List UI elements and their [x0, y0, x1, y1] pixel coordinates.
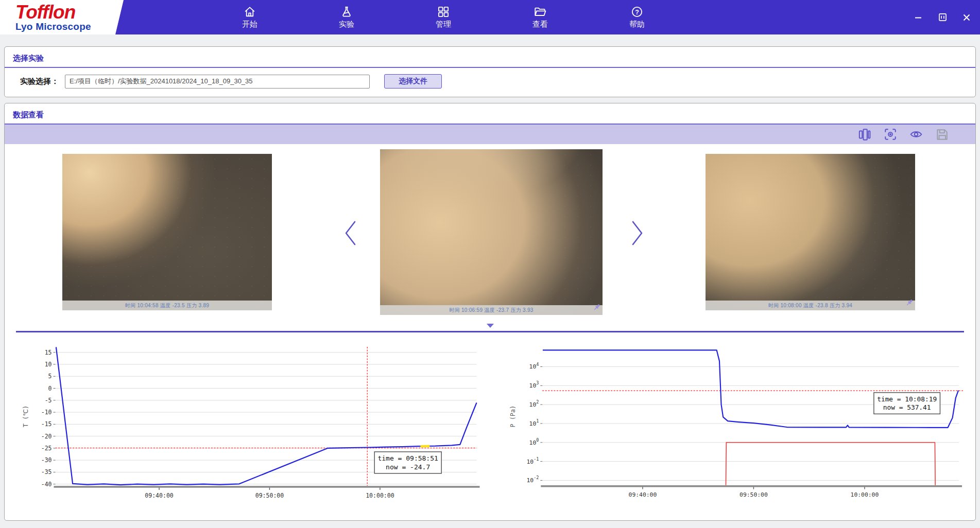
- svg-text:-35: -35: [41, 468, 52, 476]
- svg-text:100: 100: [529, 437, 539, 446]
- image-caption-bar: 时间 10:08:00 温度 -23.8 压力 3.94: [706, 301, 915, 310]
- select-experiment-panel: 选择实验 实验选择： 选择文件: [4, 46, 976, 97]
- folder-open-icon: [534, 5, 547, 19]
- svg-text:-20: -20: [41, 433, 52, 440]
- svg-text:P (Pa): P (Pa): [509, 406, 517, 428]
- pressure-chart[interactable]: 10410310210110010-110-209:40:0009:50:001…: [507, 343, 965, 506]
- svg-text:10: 10: [45, 361, 52, 368]
- svg-text:101: 101: [529, 418, 539, 427]
- experiment-path-input[interactable]: [65, 75, 370, 89]
- svg-text:time = 10:08:19: time = 10:08:19: [877, 395, 937, 403]
- svg-text:102: 102: [529, 399, 539, 408]
- svg-text:09:40:00: 09:40:00: [629, 491, 657, 498]
- logo-subtitle: Lyo Microscope: [15, 22, 128, 32]
- focus-icon[interactable]: [884, 128, 897, 141]
- image-caption: 时间 10:06:59 温度 -23.7 压力 3.93: [449, 307, 533, 314]
- nav-item-view[interactable]: 查看: [522, 0, 558, 34]
- pin-icon[interactable]: [593, 303, 601, 314]
- data-view-toolbar: [5, 125, 975, 144]
- nav-item-start[interactable]: 开始: [232, 0, 268, 34]
- nav-item-experiment[interactable]: 实验: [329, 0, 365, 34]
- svg-text:-15: -15: [41, 420, 52, 428]
- flask-icon: [340, 5, 353, 19]
- temperature-chart[interactable]: 151050-5-10-15-20-25-30-35-4009:40:0009:…: [18, 343, 484, 506]
- svg-text:5: 5: [48, 373, 52, 380]
- collapse-triangle-icon[interactable]: [487, 324, 494, 328]
- microscope-image-next[interactable]: 时间 10:08:00 温度 -23.8 压力 3.94: [706, 154, 915, 310]
- microscope-image-current[interactable]: 时间 10:06:59 温度 -23.7 压力 3.93: [380, 149, 603, 315]
- svg-text:now = -24.7: now = -24.7: [386, 463, 430, 471]
- app-logo: Tofflon Lyo Microscope: [0, 0, 128, 34]
- panel-title: 选择实验: [5, 47, 975, 67]
- logo-title: Tofflon: [15, 3, 128, 22]
- image-carousel: 时间 10:04:58 温度 -23.5 压力 3.89 时间 10:06:59…: [5, 144, 975, 322]
- svg-text:10:00:00: 10:00:00: [366, 492, 394, 499]
- svg-text:0: 0: [48, 385, 52, 392]
- nav-label: 开始: [242, 20, 257, 29]
- home-icon: [243, 5, 256, 19]
- image-caption-bar: 时间 10:06:59 温度 -23.7 压力 3.93: [380, 305, 603, 315]
- svg-text:-40: -40: [41, 481, 52, 488]
- save-icon[interactable]: [935, 128, 949, 141]
- minimize-button[interactable]: [913, 12, 923, 23]
- svg-text:-5: -5: [45, 397, 52, 404]
- pin-icon[interactable]: [905, 298, 914, 309]
- data-view-panel: 数据查看 时间 10:04:58 温度 -23.5 压力 3.89: [4, 103, 976, 521]
- svg-text:now = 537.41: now = 537.41: [883, 403, 931, 411]
- svg-text:10:00:00: 10:00:00: [851, 491, 879, 498]
- image-caption-bar: 时间 10:04:58 温度 -23.5 压力 3.89: [62, 301, 272, 310]
- svg-text:?: ?: [635, 9, 639, 16]
- svg-text:-30: -30: [41, 456, 52, 464]
- choose-file-button[interactable]: 选择文件: [384, 74, 442, 89]
- main-nav: 开始 实验 管理 查看: [232, 0, 655, 34]
- grid-icon: [437, 5, 450, 19]
- nav-item-manage[interactable]: 管理: [425, 0, 461, 34]
- svg-text:09:50:00: 09:50:00: [740, 491, 768, 498]
- experiment-path-label: 实验选择：: [20, 77, 59, 86]
- carousel-previous-button[interactable]: [340, 218, 361, 248]
- svg-text:10-1: 10-1: [527, 456, 539, 465]
- svg-text:10-2: 10-2: [527, 475, 539, 484]
- close-button[interactable]: [961, 12, 972, 23]
- nav-item-help[interactable]: ? 帮助: [619, 0, 655, 34]
- image-caption: 时间 10:04:58 温度 -23.5 压力 3.89: [125, 302, 209, 309]
- svg-text:104: 104: [529, 362, 539, 371]
- panel-title: 数据查看: [5, 103, 975, 124]
- svg-text:-25: -25: [41, 445, 52, 452]
- columns-icon[interactable]: [858, 128, 871, 141]
- divider: [5, 67, 975, 68]
- help-icon: ?: [630, 5, 644, 19]
- svg-text:09:40:00: 09:40:00: [145, 492, 173, 499]
- svg-text:15: 15: [45, 349, 52, 356]
- nav-label: 查看: [532, 20, 548, 29]
- svg-text:09:50:00: 09:50:00: [255, 492, 284, 499]
- svg-text:-10: -10: [41, 409, 52, 416]
- svg-text:T (℃): T (℃): [22, 406, 29, 427]
- svg-text:time = 09:58:51: time = 09:58:51: [377, 454, 438, 462]
- image-caption: 时间 10:08:00 温度 -23.8 压力 3.94: [768, 302, 852, 309]
- charts-row: 151050-5-10-15-20-25-30-35-4009:40:0009:…: [5, 332, 975, 506]
- top-nav-bar: Tofflon Lyo Microscope 开始 实验: [0, 0, 980, 34]
- nav-label: 实验: [339, 20, 354, 29]
- microscope-image-previous[interactable]: 时间 10:04:58 温度 -23.5 压力 3.89: [62, 154, 272, 310]
- nav-label: 管理: [436, 20, 451, 29]
- restore-button[interactable]: [937, 12, 948, 23]
- nav-label: 帮助: [629, 20, 645, 29]
- svg-text:103: 103: [529, 380, 539, 389]
- window-controls: [913, 0, 972, 34]
- carousel-next-button[interactable]: [627, 218, 647, 248]
- eye-icon[interactable]: [909, 128, 923, 141]
